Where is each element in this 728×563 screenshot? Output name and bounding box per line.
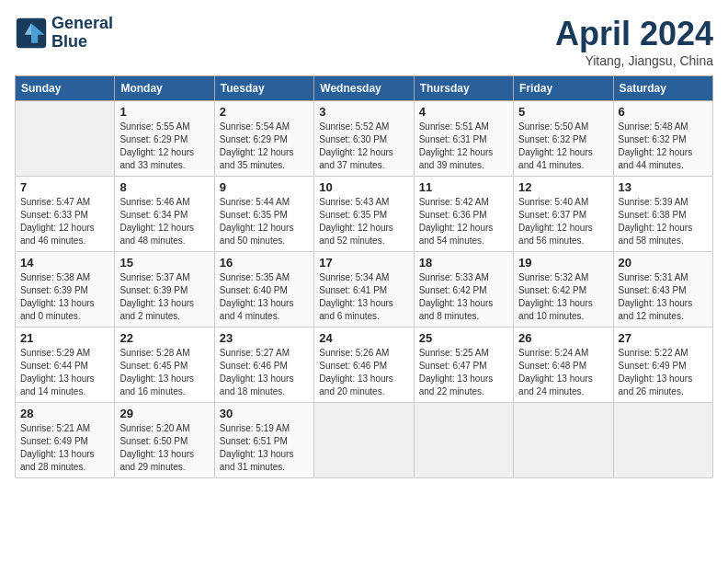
day-info: Sunrise: 5:34 AM Sunset: 6:41 PM Dayligh… [319, 271, 408, 323]
calendar-cell: 4Sunrise: 5:51 AM Sunset: 6:31 PM Daylig… [414, 101, 513, 177]
day-number: 16 [220, 256, 309, 270]
day-number: 18 [419, 256, 508, 270]
calendar-cell [314, 403, 414, 478]
calendar-cell: 16Sunrise: 5:35 AM Sunset: 6:40 PM Dayli… [214, 252, 313, 327]
day-info: Sunrise: 5:26 AM Sunset: 6:46 PM Dayligh… [319, 347, 408, 398]
day-number: 30 [220, 407, 309, 420]
day-number: 28 [20, 407, 109, 420]
day-number: 11 [419, 180, 508, 194]
weekday-header: Tuesday [214, 76, 313, 101]
day-number: 19 [518, 256, 608, 270]
calendar-cell: 19Sunrise: 5:32 AM Sunset: 6:42 PM Dayli… [514, 252, 613, 327]
calendar-cell: 3Sunrise: 5:52 AM Sunset: 6:30 PM Daylig… [314, 101, 414, 177]
day-info: Sunrise: 5:21 AM Sunset: 6:49 PM Dayligh… [20, 422, 109, 474]
day-number: 9 [220, 180, 309, 194]
calendar-cell [16, 101, 115, 177]
weekday-header: Thursday [414, 76, 513, 101]
calendar-week-row: 1Sunrise: 5:55 AM Sunset: 6:29 PM Daylig… [16, 101, 713, 177]
calendar-cell: 24Sunrise: 5:26 AM Sunset: 6:46 PM Dayli… [314, 327, 414, 403]
calendar-cell: 20Sunrise: 5:31 AM Sunset: 6:43 PM Dayli… [613, 252, 712, 327]
calendar-cell: 17Sunrise: 5:34 AM Sunset: 6:41 PM Dayli… [314, 252, 414, 327]
logo: General Blue [15, 15, 113, 52]
day-number: 2 [220, 105, 309, 119]
calendar-cell: 10Sunrise: 5:43 AM Sunset: 6:35 PM Dayli… [314, 177, 414, 252]
calendar-cell: 14Sunrise: 5:38 AM Sunset: 6:39 PM Dayli… [16, 252, 115, 327]
day-info: Sunrise: 5:20 AM Sunset: 6:50 PM Dayligh… [119, 422, 209, 474]
day-number: 17 [319, 256, 408, 270]
day-info: Sunrise: 5:48 AM Sunset: 6:32 PM Dayligh… [619, 121, 708, 172]
day-info: Sunrise: 5:22 AM Sunset: 6:49 PM Dayligh… [619, 347, 708, 398]
day-info: Sunrise: 5:50 AM Sunset: 6:32 PM Dayligh… [518, 121, 608, 172]
calendar-week-row: 14Sunrise: 5:38 AM Sunset: 6:39 PM Dayli… [16, 252, 713, 327]
day-info: Sunrise: 5:51 AM Sunset: 6:31 PM Dayligh… [419, 121, 508, 172]
calendar-cell: 13Sunrise: 5:39 AM Sunset: 6:38 PM Dayli… [613, 177, 712, 252]
calendar-week-row: 7Sunrise: 5:47 AM Sunset: 6:33 PM Daylig… [16, 177, 713, 252]
day-number: 23 [220, 331, 309, 345]
calendar-cell: 7Sunrise: 5:47 AM Sunset: 6:33 PM Daylig… [16, 177, 115, 252]
day-info: Sunrise: 5:44 AM Sunset: 6:35 PM Dayligh… [220, 196, 309, 247]
day-number: 26 [518, 331, 608, 345]
day-number: 25 [419, 331, 508, 345]
calendar-cell: 21Sunrise: 5:29 AM Sunset: 6:44 PM Dayli… [16, 327, 115, 403]
day-info: Sunrise: 5:42 AM Sunset: 6:36 PM Dayligh… [419, 196, 508, 247]
day-number: 3 [319, 105, 408, 119]
calendar-cell: 23Sunrise: 5:27 AM Sunset: 6:46 PM Dayli… [214, 327, 313, 403]
day-number: 14 [20, 256, 109, 270]
day-info: Sunrise: 5:47 AM Sunset: 6:33 PM Dayligh… [20, 196, 109, 247]
day-info: Sunrise: 5:29 AM Sunset: 6:44 PM Dayligh… [20, 347, 109, 398]
day-info: Sunrise: 5:43 AM Sunset: 6:35 PM Dayligh… [319, 196, 408, 247]
calendar-cell: 1Sunrise: 5:55 AM Sunset: 6:29 PM Daylig… [115, 101, 214, 177]
day-info: Sunrise: 5:38 AM Sunset: 6:39 PM Dayligh… [20, 271, 109, 323]
calendar-cell: 12Sunrise: 5:40 AM Sunset: 6:37 PM Dayli… [514, 177, 613, 252]
logo-text: General Blue [51, 15, 113, 52]
day-number: 1 [119, 105, 209, 119]
day-number: 8 [119, 180, 209, 194]
day-info: Sunrise: 5:40 AM Sunset: 6:37 PM Dayligh… [518, 196, 608, 247]
title-area: April 2024 Yitang, Jiangsu, China [555, 15, 713, 68]
day-info: Sunrise: 5:33 AM Sunset: 6:42 PM Dayligh… [419, 271, 508, 323]
calendar-cell [613, 403, 712, 478]
calendar-table: SundayMondayTuesdayWednesdayThursdayFrid… [15, 75, 713, 478]
day-number: 13 [619, 180, 708, 194]
day-info: Sunrise: 5:39 AM Sunset: 6:38 PM Dayligh… [619, 196, 708, 247]
day-number: 6 [619, 105, 708, 119]
location: Yitang, Jiangsu, China [555, 53, 713, 68]
day-info: Sunrise: 5:31 AM Sunset: 6:43 PM Dayligh… [619, 271, 708, 323]
calendar-cell: 8Sunrise: 5:46 AM Sunset: 6:34 PM Daylig… [115, 177, 214, 252]
weekday-header: Friday [514, 76, 613, 101]
day-info: Sunrise: 5:25 AM Sunset: 6:47 PM Dayligh… [419, 347, 508, 398]
day-number: 27 [619, 331, 708, 345]
weekday-header: Monday [115, 76, 214, 101]
calendar-cell: 18Sunrise: 5:33 AM Sunset: 6:42 PM Dayli… [414, 252, 513, 327]
calendar-cell [514, 403, 613, 478]
calendar-cell: 26Sunrise: 5:24 AM Sunset: 6:48 PM Dayli… [514, 327, 613, 403]
weekday-header: Saturday [613, 76, 712, 101]
day-number: 21 [20, 331, 109, 345]
calendar-cell: 29Sunrise: 5:20 AM Sunset: 6:50 PM Dayli… [115, 403, 214, 478]
calendar-cell: 5Sunrise: 5:50 AM Sunset: 6:32 PM Daylig… [514, 101, 613, 177]
day-number: 12 [518, 180, 608, 194]
day-info: Sunrise: 5:24 AM Sunset: 6:48 PM Dayligh… [518, 347, 608, 398]
calendar-cell [414, 403, 513, 478]
header: General Blue April 2024 Yitang, Jiangsu,… [15, 15, 713, 68]
calendar-cell: 25Sunrise: 5:25 AM Sunset: 6:47 PM Dayli… [414, 327, 513, 403]
day-info: Sunrise: 5:54 AM Sunset: 6:29 PM Dayligh… [220, 121, 309, 172]
day-number: 22 [119, 331, 209, 345]
day-info: Sunrise: 5:37 AM Sunset: 6:39 PM Dayligh… [119, 271, 209, 323]
calendar-week-row: 28Sunrise: 5:21 AM Sunset: 6:49 PM Dayli… [16, 403, 713, 478]
calendar-cell: 15Sunrise: 5:37 AM Sunset: 6:39 PM Dayli… [115, 252, 214, 327]
day-info: Sunrise: 5:52 AM Sunset: 6:30 PM Dayligh… [319, 121, 408, 172]
day-info: Sunrise: 5:35 AM Sunset: 6:40 PM Dayligh… [220, 271, 309, 323]
day-info: Sunrise: 5:28 AM Sunset: 6:45 PM Dayligh… [119, 347, 209, 398]
calendar-cell: 22Sunrise: 5:28 AM Sunset: 6:45 PM Dayli… [115, 327, 214, 403]
calendar-cell: 6Sunrise: 5:48 AM Sunset: 6:32 PM Daylig… [613, 101, 712, 177]
day-number: 20 [619, 256, 708, 270]
day-number: 10 [319, 180, 408, 194]
day-number: 15 [119, 256, 209, 270]
calendar-cell: 2Sunrise: 5:54 AM Sunset: 6:29 PM Daylig… [214, 101, 313, 177]
month-title: April 2024 [555, 15, 713, 53]
day-info: Sunrise: 5:32 AM Sunset: 6:42 PM Dayligh… [518, 271, 608, 323]
calendar-cell: 30Sunrise: 5:19 AM Sunset: 6:51 PM Dayli… [214, 403, 313, 478]
weekday-header: Wednesday [314, 76, 414, 101]
day-info: Sunrise: 5:46 AM Sunset: 6:34 PM Dayligh… [119, 196, 209, 247]
